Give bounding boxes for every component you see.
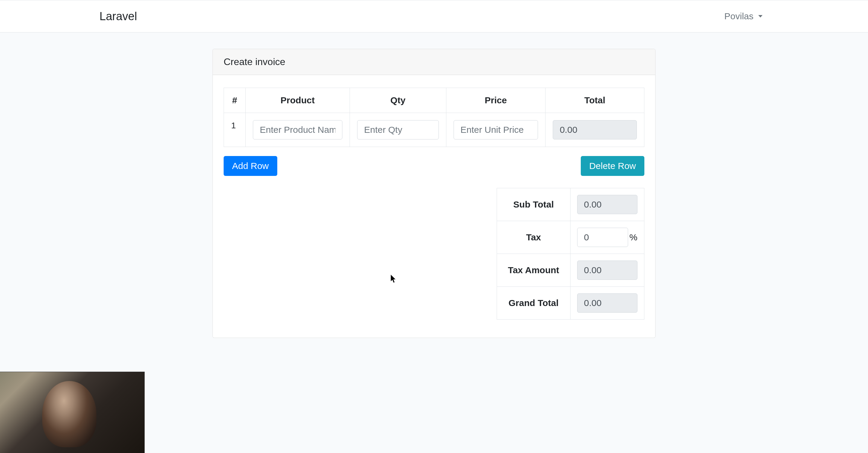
row-total-output [553,120,637,139]
card-title: Create invoice [213,49,655,75]
add-row-button[interactable]: Add Row [224,156,277,176]
product-name-input[interactable] [253,120,342,139]
user-name: Povilas [724,11,753,21]
price-input[interactable] [454,120,538,139]
col-header-price: Price [446,88,545,113]
col-header-qty: Qty [350,88,446,113]
col-header-num: # [224,88,246,113]
tax-input[interactable] [577,228,628,247]
percent-label: % [628,232,638,242]
delete-row-button[interactable]: Delete Row [581,156,644,176]
invoice-card: Create invoice # Product Qty Price Total… [213,49,655,338]
tax-label: Tax [497,221,570,254]
col-header-product: Product [246,88,350,113]
qty-input[interactable] [357,120,439,139]
navbar: Laravel Povilas [0,0,868,33]
invoice-items-table: # Product Qty Price Total 1 [224,88,644,147]
sub-total-output [577,195,638,214]
user-menu-dropdown[interactable]: Povilas [724,11,859,21]
col-header-total: Total [546,88,644,113]
brand-logo[interactable]: Laravel [9,10,137,23]
row-number: 1 [224,113,246,147]
grand-total-label: Grand Total [497,287,570,320]
sub-total-label: Sub Total [497,188,570,221]
tax-amount-output [577,261,638,280]
tax-amount-label: Tax Amount [497,254,570,287]
grand-total-output [577,293,638,313]
chevron-down-icon [758,15,763,18]
totals-table: Sub Total Tax % Tax Amount [497,188,644,320]
table-row: 1 [224,113,644,147]
